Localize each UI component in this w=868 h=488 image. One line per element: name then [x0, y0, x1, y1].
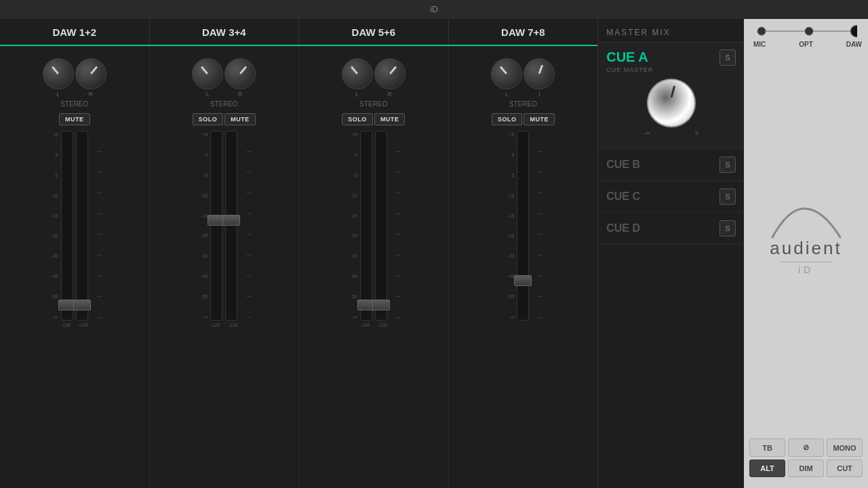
stereo-label-daw34: STEREO — [153, 100, 296, 108]
knob-unit-daw34-L: L — [192, 58, 223, 98]
bottom-buttons: TB ⊘ MONO ALT DIM CUT — [744, 430, 868, 488]
knob-daw12-L[interactable] — [43, 58, 74, 89]
cue-knob-min: -∞ — [644, 130, 650, 136]
cue-knob-scale: -∞ 0 — [644, 130, 698, 136]
btn-row-1: TB ⊘ MONO — [749, 439, 863, 457]
knob-unit-daw12-R: R — [75, 58, 106, 98]
knobs-row-daw34: L R — [192, 58, 256, 98]
app-container: iD DAW 1+2 DAW 3+4 DAW 5+6 DAW 7+8 — [0, 0, 868, 488]
fader-track-R-daw34 — [225, 131, 237, 321]
input-selector-area: MIC OPT DAW — [744, 19, 868, 48]
alt-button[interactable]: ALT — [749, 460, 785, 477]
mono-button[interactable]: MONO — [827, 439, 863, 457]
knob-label-R: R — [89, 91, 94, 98]
stereo-label-daw12: STEREO — [3, 100, 146, 108]
fader-value-R-daw12: -128 — [79, 323, 88, 327]
dim-button[interactable]: DIM — [788, 460, 824, 477]
tb-button[interactable]: TB — [749, 439, 785, 457]
fader-handle-R-daw56[interactable] — [372, 300, 390, 310]
knob-daw56-L[interactable] — [342, 58, 373, 89]
fader-R-daw12 — [76, 131, 88, 321]
btn-row-2: ALT DIM CUT — [749, 460, 863, 477]
knob-daw34-L[interactable] — [192, 58, 223, 89]
faders-row-daw78: +60-5-10-15-20-30-40-50-∞ ————————— — [503, 131, 542, 321]
cue-b-section: CUE B S — [598, 149, 744, 181]
knob-daw78-L[interactable] — [491, 58, 522, 89]
cut-button[interactable]: CUT — [827, 460, 863, 477]
phase-button[interactable]: ⊘ — [788, 439, 824, 457]
faders-row-daw56: +60-5-10-15-20-30-40-50-∞ ————————— — [347, 131, 401, 321]
channel-strip-daw12: L R STEREO MUTE +60-5-10-15-20-30-40-50-… — [0, 46, 150, 488]
svg-point-2 — [805, 27, 813, 35]
fader-L-daw34 — [210, 131, 222, 321]
mute-button-daw12[interactable]: MUTE — [59, 113, 90, 125]
knob-unit-daw56-L: L — [342, 58, 373, 98]
fader-handle-R-daw12[interactable] — [73, 300, 91, 310]
mixer-panel: DAW 1+2 DAW 3+4 DAW 5+6 DAW 7+8 L — [0, 0, 597, 488]
channel-strip-daw34: L R STEREO SOLO MUTE +60-5-10-15-20-30-4… — [150, 46, 300, 488]
input-label-mic: MIC — [753, 41, 766, 48]
cue-knob-max: 0 — [695, 130, 698, 136]
fader-L-daw12 — [61, 131, 73, 321]
knob-daw56-R[interactable] — [374, 58, 406, 89]
fader-handle-R-daw34[interactable] — [222, 215, 240, 226]
fader-track-L-daw12 — [61, 131, 73, 321]
audient-arc-svg — [762, 203, 850, 241]
fader-track-L-daw78 — [517, 131, 529, 321]
cue-a-label: CUE A — [606, 49, 719, 65]
channel-header-daw34: DAW 3+4 — [150, 19, 300, 45]
knob-unit-daw78-L: L — [491, 58, 522, 98]
cue-d-label: CUE D — [606, 222, 640, 234]
mute-button-daw78[interactable]: MUTE — [524, 113, 555, 125]
fader-track-R-daw12 — [76, 131, 88, 321]
cue-a-content: CUE A CUE MASTER S — [606, 49, 736, 73]
cue-c-s-button[interactable]: S — [719, 188, 736, 205]
input-label-opt: OPT — [799, 41, 813, 48]
input-selector-track — [751, 24, 861, 38]
knob-daw34-R[interactable] — [224, 58, 256, 89]
fader-handle-L-daw78[interactable] — [514, 275, 532, 286]
scale-col-daw12-right: ————————— — [91, 131, 102, 321]
input-selector-line-svg — [755, 24, 857, 38]
fader-R-daw56 — [375, 131, 387, 321]
cue-a-s-button[interactable]: S — [719, 49, 736, 66]
knob-daw78-I[interactable] — [524, 58, 555, 89]
cue-d-s-button[interactable]: S — [719, 220, 736, 237]
button-row-daw56: SOLO MUTE — [302, 113, 446, 125]
channel-strips: L R STEREO MUTE +60-5-10-15-20-30-40-50-… — [0, 46, 597, 488]
svg-point-1 — [757, 27, 766, 35]
scale-col-daw56: +60-5-10-15-20-30-40-50-∞ — [347, 131, 357, 321]
channel-header-daw78: DAW 7+8 — [449, 19, 598, 45]
channel-strip-daw56: L R STEREO SOLO MUTE +60-5-10-15-20-30-4… — [299, 46, 449, 488]
faders-row-daw12: +60-5-10-15-20-30-40-50-∞ ————————— — [47, 131, 102, 321]
fader-track-R-daw56 — [375, 131, 387, 321]
knobs-row-daw12: L R — [43, 58, 106, 98]
fader-value-L-daw12: -128 — [61, 323, 71, 327]
solo-button-daw78[interactable]: SOLO — [492, 113, 523, 125]
cue-a-section: CUE A CUE MASTER S -∞ 0 — [598, 43, 744, 149]
knob-unit-daw12-L: L — [43, 58, 74, 98]
master-mix-label: MASTER MIX — [606, 28, 671, 37]
knob-unit-daw34-R: R — [224, 58, 256, 98]
mute-button-daw34[interactable]: MUTE — [224, 113, 256, 125]
fader-value-R-daw56: -128 — [378, 323, 387, 327]
mute-button-daw56[interactable]: MUTE — [374, 113, 406, 125]
cue-b-s-button[interactable]: S — [719, 157, 736, 173]
fader-value-R-daw34: -128 — [228, 323, 237, 327]
title-bar: iD — [0, 0, 868, 19]
cue-d-section: CUE D S — [598, 213, 744, 245]
audient-logo: audient iD — [762, 203, 850, 275]
knobs-row-daw56: L R — [342, 58, 406, 98]
cue-master-knob[interactable] — [647, 79, 696, 127]
channel-strip-daw78: L I STEREO SOLO MUTE +60-5-10-15-20-30-4… — [449, 46, 598, 488]
solo-button-daw34[interactable]: SOLO — [193, 113, 224, 125]
stereo-label-daw78: STEREO — [452, 100, 595, 108]
solo-button-daw56[interactable]: SOLO — [342, 113, 373, 125]
knobs-row-daw78: L I — [491, 58, 555, 98]
knob-unit-daw78-I: I — [524, 58, 555, 98]
button-row-daw34: SOLO MUTE — [153, 113, 296, 125]
knob-daw12-R[interactable] — [75, 58, 106, 89]
sidebar: MIC OPT DAW audient iD TB ⊘ MONO — [744, 0, 868, 488]
input-label-daw: DAW — [846, 41, 862, 48]
scale-col-daw12: +60-5-10-15-20-30-40-50-∞ — [47, 131, 58, 321]
